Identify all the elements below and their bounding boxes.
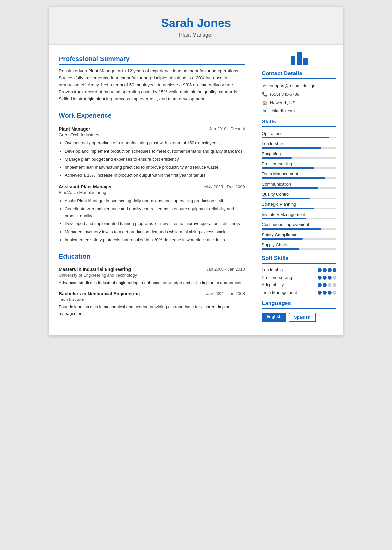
- skill-dot: [323, 268, 327, 272]
- skill-item: Operations: [262, 131, 336, 138]
- job-1-header: Plant Manager Jan 2010 - Present: [59, 126, 245, 132]
- skill-item: Safety Compliance: [262, 232, 336, 240]
- body-columns: Professional Summary Results-driven Plan…: [49, 45, 343, 335]
- skill-bar-bg: [262, 187, 336, 189]
- edu-2-degree: Bachelors in Mechanical Engineering: [59, 291, 140, 296]
- phone-icon: 📞: [262, 91, 268, 97]
- edu-1-date: Jan 2008 - Jan 2010: [206, 267, 245, 272]
- edu-2-date: Jan 2004 - Jan 2008: [206, 291, 245, 296]
- skill-bar-bg: [262, 147, 336, 149]
- skill-bar-bg: [262, 177, 336, 179]
- resume-header: Sarah Jones Plant Manager: [49, 7, 343, 45]
- edu-2-header: Bachelors in Mechanical Engineering Jan …: [59, 291, 245, 296]
- skill-dots: [318, 276, 336, 280]
- right-column: Contact Details ✉ support@resumedesign.a…: [255, 45, 343, 335]
- languages-section-title: Languages: [262, 300, 336, 309]
- soft-skill-name: Time Management: [262, 290, 297, 295]
- contact-location: NewYork, US: [270, 100, 295, 105]
- email-icon: ✉: [262, 83, 268, 89]
- skill-item: Supply Chain: [262, 242, 336, 250]
- skill-name: Operations: [262, 131, 336, 136]
- skill-name: Team Management: [262, 171, 336, 176]
- work-experience-title: Work Experience: [59, 112, 245, 121]
- skill-item: Budgeting: [262, 151, 336, 159]
- skill-dot: [318, 268, 322, 272]
- job-2-company: BlueWave Manufacturing: [59, 190, 245, 195]
- skill-name: Budgeting: [262, 151, 336, 156]
- list-item: Oversee daily operations of a manufactur…: [65, 140, 245, 147]
- bar-2: [297, 52, 302, 65]
- education-title: Education: [59, 253, 245, 262]
- skill-item: Inventory Management: [262, 212, 336, 219]
- skill-bar-bg: [262, 248, 336, 250]
- skill-name: Supply Chain: [262, 242, 336, 247]
- skill-bar-bg: [262, 208, 336, 209]
- list-item: Implemented safety protocols that result…: [65, 237, 245, 244]
- resume-wrapper: Sarah Jones Plant Manager Professional S…: [49, 7, 343, 335]
- list-item: Implement lean manufacturing practices t…: [65, 164, 245, 171]
- skill-bar-fill: [262, 137, 329, 138]
- skill-dots: [318, 268, 336, 272]
- skill-dot: [318, 276, 322, 280]
- job-1-date: Jan 2010 - Present: [209, 126, 245, 131]
- soft-skill-item: Problem-solving: [262, 275, 336, 280]
- skill-bar-fill: [262, 228, 321, 230]
- skill-bar-fill: [262, 208, 314, 209]
- edu-1-header: Masters in Industrial Engineering Jan 20…: [59, 267, 245, 272]
- job-1: Plant Manager Jan 2010 - Present GreenTe…: [59, 126, 245, 179]
- skill-bar-bg: [262, 198, 336, 199]
- skill-name: Inventory Management: [262, 212, 336, 217]
- skill-dots: [318, 291, 336, 295]
- list-item: Achieved a 10% increase in production ou…: [65, 172, 245, 179]
- skill-name: Leadership: [262, 141, 336, 146]
- soft-skill-name: Adaptability: [262, 283, 284, 287]
- skill-dot: [318, 283, 322, 287]
- bar-chart-icon-container: [262, 52, 336, 65]
- skill-bar-bg: [262, 137, 336, 138]
- skill-bar-fill: [262, 238, 303, 240]
- edu-1-degree: Masters in Industrial Engineering: [59, 267, 131, 272]
- soft-skills-list: Leadership Problem-solving Adaptability …: [262, 267, 336, 295]
- skills-list: Operations Leadership Budgeting Problem-…: [262, 131, 336, 250]
- skill-name: Quality Control: [262, 192, 336, 197]
- skill-dot: [328, 276, 332, 280]
- left-column: Professional Summary Results-driven Plan…: [49, 45, 255, 335]
- skill-item: Problem-solving: [262, 161, 336, 169]
- skill-bar-fill: [262, 248, 299, 250]
- contact-email: support@resumedesign.ai: [270, 83, 320, 88]
- location-icon: 🏠: [262, 100, 268, 105]
- job-2-date: May 2005 - Dec 2009: [204, 184, 245, 189]
- job-1-title: Plant Manager: [59, 126, 90, 132]
- candidate-title: Plant Manager: [56, 32, 336, 38]
- contact-section-title: Contact Details: [262, 70, 336, 79]
- skill-name: Problem-solving: [262, 161, 336, 166]
- job-2-bullets: Assist Plant Manager in overseeing daily…: [59, 198, 245, 244]
- contact-list: ✉ support@resumedesign.ai 📞 (555) 345-67…: [262, 83, 336, 113]
- soft-skill-item: Adaptability: [262, 283, 336, 287]
- bar-3: [303, 58, 308, 65]
- skill-dot: [323, 291, 327, 295]
- education-section: Education Masters in Industrial Engineer…: [59, 253, 245, 317]
- skill-item: Continuous Improvement: [262, 222, 336, 230]
- skill-dot: [328, 283, 332, 287]
- soft-skill-name: Leadership: [262, 267, 283, 272]
- soft-skill-item: Leadership: [262, 267, 336, 272]
- skill-dot: [333, 268, 336, 272]
- edu-2-desc: Foundational studies in mechanical engin…: [59, 304, 245, 316]
- list-item: Develop and implement production schedul…: [65, 148, 245, 155]
- contact-item-email: ✉ support@resumedesign.ai: [262, 83, 336, 89]
- soft-skill-item: Time Management: [262, 290, 336, 295]
- candidate-name: Sarah Jones: [56, 16, 336, 30]
- skill-name: Communication: [262, 182, 336, 186]
- skill-bar-fill: [262, 147, 321, 149]
- skill-bar-bg: [262, 157, 336, 159]
- job-2: Assistant Plant Manager May 2005 - Dec 2…: [59, 184, 245, 244]
- skill-dot: [328, 268, 332, 272]
- education-1: Masters in Industrial Engineering Jan 20…: [59, 267, 245, 286]
- skill-item: Communication: [262, 182, 336, 189]
- skill-item: Quality Control: [262, 192, 336, 199]
- language-badge-spanish: Spanish: [289, 313, 316, 322]
- skill-dot: [318, 291, 322, 295]
- skill-item: Leadership: [262, 141, 336, 149]
- job-1-bullets: Oversee daily operations of a manufactur…: [59, 140, 245, 179]
